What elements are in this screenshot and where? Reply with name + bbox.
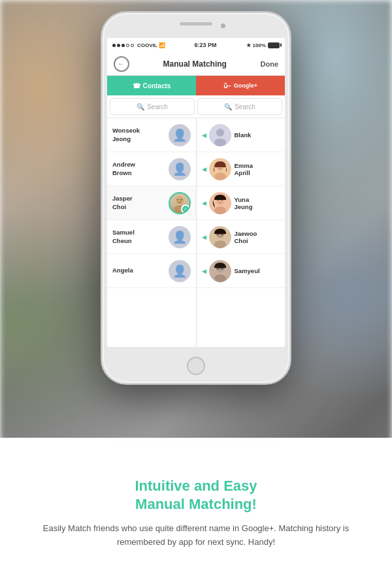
contact-avatar xyxy=(169,226,191,248)
subtext: Easily Match friends who use quite diffe… xyxy=(26,522,366,549)
phone-screen: COOVIL 📶 6:23 PM ★ 100% ← Manual Matchin… xyxy=(107,38,285,347)
contact-row[interactable]: SamuelCheun xyxy=(107,220,196,254)
right-avatar xyxy=(209,260,231,282)
arrow-icon: ◀ xyxy=(202,132,206,139)
contact-info: Andrew Brown xyxy=(112,161,169,177)
search-left-label: Search xyxy=(147,103,168,110)
svg-point-5 xyxy=(216,129,224,137)
arrow-icon: ◀ xyxy=(202,268,206,274)
home-button[interactable] xyxy=(187,357,205,375)
status-right: ★ 100% xyxy=(246,42,280,48)
yuna-face-svg xyxy=(209,192,231,214)
right-avatar xyxy=(209,158,231,180)
avatar-silhouette xyxy=(169,260,191,282)
avatar-silhouette xyxy=(169,226,191,248)
right-name: JaewooChoi xyxy=(235,230,257,244)
phone-speaker xyxy=(180,22,212,25)
contact-name: Jasper Choi xyxy=(112,195,169,211)
dot4 xyxy=(126,44,129,47)
bottom-section: Intuitive and EasyManual Matching! Easil… xyxy=(0,438,392,588)
nav-title: Manual Matching xyxy=(163,59,227,69)
contact-avatar xyxy=(169,260,191,282)
battery-label: 100% xyxy=(253,42,266,48)
back-button[interactable]: ← xyxy=(114,56,129,72)
tab-google-label: Google+ xyxy=(234,82,257,89)
jaewoo-face-svg xyxy=(209,226,231,248)
search-icon-left: 🔍 xyxy=(137,103,144,110)
status-time: 6:23 PM xyxy=(195,42,217,48)
svg-point-19 xyxy=(214,240,226,248)
google-icon: ǔ– xyxy=(223,82,231,90)
contact-content: WonseokJeong Andrew Brown xyxy=(107,118,285,347)
contact-name: Angela xyxy=(112,267,169,274)
contact-name: Andrew Brown xyxy=(112,161,169,177)
contact-row[interactable]: Angela xyxy=(107,254,196,288)
blank-face-svg xyxy=(209,124,231,146)
phone-icon: ☎ xyxy=(133,82,140,90)
contact-info: SamuelCheun xyxy=(112,229,169,245)
right-row[interactable]: ◀ xyxy=(197,186,286,220)
battery-fill xyxy=(269,43,279,48)
right-avatar xyxy=(209,226,231,248)
phone-device: COOVIL 📶 6:23 PM ★ 100% ← Manual Matchin… xyxy=(101,12,291,384)
contact-info: Jasper Choi xyxy=(112,195,169,211)
jasper-avatar: ✓ xyxy=(169,192,191,214)
arrow-icon: ◀ xyxy=(202,200,206,206)
svg-point-6 xyxy=(214,139,226,146)
status-left: COOVIL 📶 xyxy=(112,42,165,48)
phone-shell: COOVIL 📶 6:23 PM ★ 100% ← Manual Matchin… xyxy=(101,12,291,384)
contact-avatar xyxy=(169,124,191,146)
svg-point-9 xyxy=(214,172,226,180)
nav-bar: ← Manual Matching Done xyxy=(107,52,285,76)
search-right[interactable]: 🔍 Search xyxy=(197,98,282,115)
phone-camera xyxy=(221,24,225,28)
svg-point-2 xyxy=(177,199,178,200)
bluetooth-icon: ★ xyxy=(246,42,251,48)
contact-name: SamuelCheun xyxy=(112,229,169,245)
done-button[interactable]: Done xyxy=(261,60,279,68)
contact-row-selected[interactable]: Jasper Choi ✓ xyxy=(107,186,196,220)
arrow-icon: ◀ xyxy=(202,166,206,172)
right-avatar xyxy=(209,192,231,214)
avatar-check: ✓ xyxy=(181,204,190,214)
right-avatar xyxy=(209,124,231,146)
samyeul-face-svg xyxy=(209,260,231,282)
emma-face-svg xyxy=(209,158,231,180)
dot1 xyxy=(112,44,116,47)
svg-point-0 xyxy=(175,196,183,204)
wifi-icon: 📶 xyxy=(159,42,165,48)
search-right-label: Search xyxy=(235,103,255,110)
dot2 xyxy=(117,44,120,47)
right-name: YunaJeung xyxy=(235,196,253,210)
avatar-silhouette xyxy=(169,158,191,180)
right-name: EmmaAprill xyxy=(235,162,253,176)
right-row[interactable]: ◀ Blank xyxy=(197,118,286,152)
tabs-row: ☎ Contacts ǔ– Google+ xyxy=(107,76,285,95)
right-name: Samyeul xyxy=(235,267,260,274)
arrow-icon: ◀ xyxy=(202,234,206,240)
contact-info: Angela xyxy=(112,267,169,274)
google-column: ◀ Blank ◀ xyxy=(197,118,286,347)
dot3 xyxy=(122,44,125,47)
svg-point-3 xyxy=(180,199,182,200)
tab-contacts[interactable]: ☎ Contacts xyxy=(107,76,196,95)
contact-info: WonseokJeong xyxy=(112,127,169,143)
right-row[interactable]: ◀ xyxy=(197,254,286,288)
status-bar: COOVIL 📶 6:23 PM ★ 100% xyxy=(107,38,285,52)
search-left[interactable]: 🔍 Search xyxy=(110,98,195,115)
svg-point-27 xyxy=(214,274,226,282)
avatar-silhouette xyxy=(169,124,191,146)
contact-row[interactable]: Andrew Brown xyxy=(107,152,196,186)
right-row[interactable]: ◀ xyxy=(197,220,286,254)
search-icon-right: 🔍 xyxy=(224,103,232,110)
right-name: Blank xyxy=(235,131,252,139)
battery-icon xyxy=(268,42,280,48)
contact-name: WonseokJeong xyxy=(112,127,169,143)
search-row: 🔍 Search 🔍 Search xyxy=(107,95,285,118)
right-row[interactable]: ◀ xyxy=(197,152,286,186)
carrier-name: COOVIL xyxy=(137,42,157,48)
tab-google[interactable]: ǔ– Google+ xyxy=(196,76,285,95)
dot5 xyxy=(131,44,134,47)
contact-row[interactable]: WonseokJeong xyxy=(107,118,196,152)
signal-dots xyxy=(112,44,134,47)
